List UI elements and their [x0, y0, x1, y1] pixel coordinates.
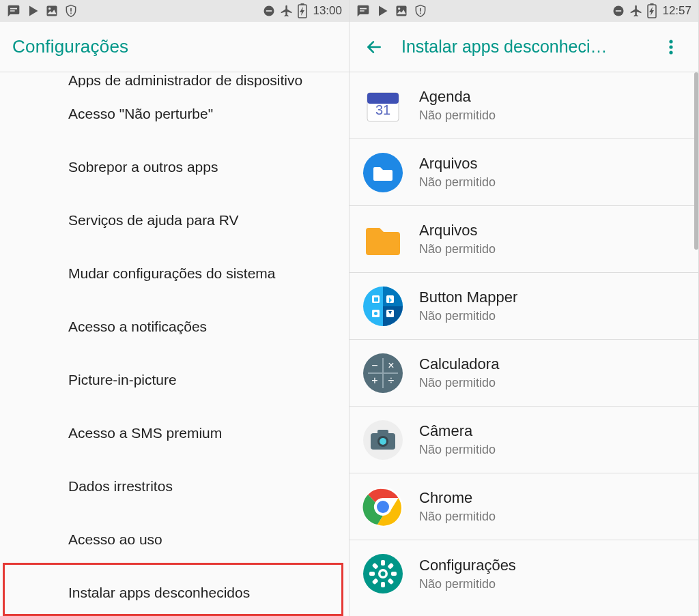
svg-rect-49 [369, 572, 375, 576]
svg-point-9 [398, 8, 400, 10]
settings-item-usage-access[interactable]: Acesso ao uso [0, 513, 349, 566]
svg-rect-2 [70, 8, 72, 12]
back-button[interactable] [359, 32, 389, 62]
files-orange-icon [362, 218, 404, 261]
svg-point-43 [377, 501, 389, 513]
settings-item-unrestricted-data[interactable]: Dados irrestritos [0, 460, 349, 513]
camera-icon [362, 419, 404, 461]
app-status: Não permitido [419, 175, 496, 190]
button-mapper-icon [362, 285, 404, 327]
svg-rect-47 [381, 582, 385, 587]
page-title: Configurações [12, 36, 128, 57]
svg-point-17 [669, 45, 672, 48]
svg-point-16 [669, 40, 672, 43]
app-status: Não permitido [419, 443, 496, 457]
svg-rect-13 [616, 10, 621, 12]
app-status: Não permitido [419, 577, 516, 591]
status-time: 12:57 [662, 4, 691, 18]
app-bar: Configurações [0, 22, 349, 72]
svg-text:31: 31 [375, 102, 390, 117]
shield-icon [64, 4, 78, 18]
svg-rect-15 [651, 3, 654, 5]
status-bar: 12:57 [350, 0, 698, 22]
app-name: Câmera [419, 422, 496, 440]
app-item-calculator[interactable]: −×+÷ Calculadora Não permitido [350, 340, 698, 407]
do-not-disturb-icon [612, 4, 625, 18]
app-bar: Instalar apps desconheci… [350, 22, 698, 72]
app-item-files-orange[interactable]: Arquivos Não permitido [350, 206, 698, 273]
settings-item-notification-access[interactable]: Acesso a notificações [0, 300, 349, 353]
app-status: Não permitido [419, 510, 496, 524]
svg-text:+: + [371, 375, 377, 386]
svg-text:÷: ÷ [388, 375, 395, 386]
svg-rect-48 [391, 572, 397, 576]
message-icon [7, 4, 20, 18]
app-item-chrome[interactable]: Chrome Não permitido [350, 473, 698, 540]
settings-app-icon [362, 553, 404, 595]
svg-rect-31 [368, 372, 398, 374]
image-icon [45, 4, 59, 18]
app-status: Não permitido [419, 309, 517, 323]
more-button[interactable] [656, 32, 686, 62]
status-time: 13:00 [313, 4, 342, 18]
do-not-disturb-icon [262, 4, 276, 18]
svg-point-18 [669, 50, 672, 54]
svg-rect-5 [266, 10, 272, 12]
svg-point-28 [374, 312, 377, 315]
files-blue-icon [362, 151, 404, 194]
app-item-camera[interactable]: Câmera Não permitido [350, 407, 698, 473]
svg-rect-8 [397, 6, 407, 16]
status-bar: 13:00 [0, 0, 349, 22]
app-item-settings[interactable]: Configurações Não permitido [350, 540, 698, 607]
svg-point-54 [381, 572, 386, 576]
app-status: Não permitido [419, 108, 496, 123]
settings-item-pip[interactable]: Picture-in-picture [0, 353, 349, 407]
settings-item-modify-system[interactable]: Mudar configurações do sistema [0, 247, 349, 300]
settings-item-admin-apps[interactable]: Apps de administrador de dispositivo [0, 72, 349, 87]
app-list: 31 Agenda Não permitido Arquivos Não per… [350, 72, 698, 607]
scrollbar[interactable] [694, 72, 698, 250]
play-store-icon [375, 4, 389, 18]
chrome-icon [362, 486, 404, 528]
svg-rect-10 [420, 8, 421, 12]
svg-text:−: − [371, 360, 377, 371]
page-title: Instalar apps desconheci… [401, 37, 633, 57]
app-item-files-blue[interactable]: Arquivos Não permitido [350, 139, 698, 206]
settings-item-install-unknown[interactable]: Instalar apps desconhecidos [0, 566, 349, 616]
message-icon [356, 4, 370, 18]
airplane-icon [629, 4, 643, 18]
settings-item-dnd-access[interactable]: Acesso "Não perturbe" [0, 87, 349, 141]
svg-rect-0 [47, 6, 57, 16]
settings-item-overlay[interactable]: Sobrepor a outros apps [0, 141, 349, 194]
svg-text:×: × [388, 360, 394, 371]
app-name: Chrome [419, 489, 496, 507]
app-status: Não permitido [419, 376, 499, 390]
battery-charging-icon [647, 3, 657, 18]
airplane-icon [280, 4, 294, 18]
battery-charging-icon [298, 3, 307, 18]
svg-rect-7 [301, 3, 304, 5]
app-item-agenda[interactable]: 31 Agenda Não permitido [350, 72, 698, 139]
image-icon [395, 4, 408, 18]
play-store-icon [26, 4, 40, 18]
app-status: Não permitido [419, 242, 496, 256]
shield-icon [414, 4, 427, 18]
svg-rect-11 [420, 13, 421, 14]
calculator-icon: −×+÷ [362, 352, 404, 394]
left-screenshot: 13:00 Configurações Apps de administrado… [0, 0, 350, 616]
settings-list: Apps de administrador de dispositivo Ace… [0, 72, 349, 616]
svg-rect-46 [381, 560, 385, 566]
settings-item-vr-services[interactable]: Serviços de ajuda para RV [0, 194, 349, 247]
app-name: Calculadora [419, 355, 499, 373]
svg-rect-38 [377, 430, 388, 435]
svg-point-1 [48, 8, 51, 10]
app-name: Arquivos [419, 222, 496, 239]
app-name: Configurações [419, 557, 516, 574]
app-item-button-mapper[interactable]: Button Mapper Não permitido [350, 273, 698, 340]
right-screenshot: 12:57 Instalar apps desconheci… 31 Agend… [350, 0, 699, 616]
settings-item-premium-sms[interactable]: Acesso a SMS premium [0, 407, 349, 460]
app-name: Button Mapper [419, 289, 517, 306]
calendar-icon: 31 [362, 85, 404, 127]
svg-point-40 [380, 438, 386, 445]
app-name: Arquivos [419, 155, 496, 173]
